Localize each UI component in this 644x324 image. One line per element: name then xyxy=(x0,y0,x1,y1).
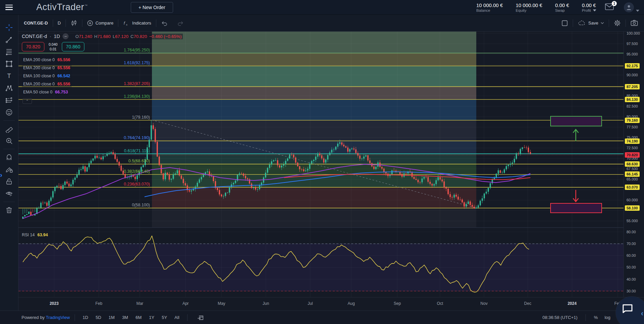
time-axis-label: Aug xyxy=(348,301,355,306)
save-button[interactable]: Save xyxy=(573,18,609,28)
fib-retracement-tool[interactable] xyxy=(3,46,15,58)
range-5d[interactable]: 5D xyxy=(92,314,104,321)
price-tick: 100.000 xyxy=(627,31,640,35)
spread: 0.040 0.01 xyxy=(47,42,59,52)
range-3m[interactable]: 3M xyxy=(119,314,131,321)
ohlc-item: H71.680 xyxy=(94,34,111,39)
time-axis-label: Oct xyxy=(437,301,443,306)
notifications-button[interactable]: 1 xyxy=(605,3,614,11)
layout-square-icon xyxy=(561,20,568,27)
ema-legend-row[interactable]: EMA 200 close 065.556 xyxy=(22,80,72,88)
percent-scale-button[interactable]: % xyxy=(591,315,601,320)
range-all[interactable]: All xyxy=(171,314,182,321)
indicators-button[interactable]: fx Indicators xyxy=(118,18,156,28)
remove-drawings-tool[interactable] xyxy=(3,204,15,216)
price-tick: 82.500 xyxy=(627,104,638,108)
magnet-tool[interactable] xyxy=(3,151,15,163)
svg-text:0.236(63.070): 0.236(63.070) xyxy=(124,182,150,187)
candles-icon xyxy=(71,20,77,27)
ema-legend-row[interactable]: EMA 50 close 066.753 xyxy=(22,88,69,96)
new-order-button[interactable]: + New Order xyxy=(131,2,173,13)
settings-button[interactable] xyxy=(609,18,626,28)
last-price-label: 70.820 xyxy=(625,152,640,158)
chart-area[interactable]: 1.764(95.250)1.618(92.175)1.382(87.205)1… xyxy=(18,32,644,297)
redo-button[interactable] xyxy=(172,18,189,28)
account-menu[interactable] xyxy=(624,2,639,12)
price-tick: 65.000 xyxy=(627,177,638,181)
hamburger-menu-icon[interactable] xyxy=(5,5,13,10)
rsi-tick: 70.00 xyxy=(627,242,636,246)
collapse-indicators-button[interactable]: ⌃ xyxy=(23,98,32,104)
collapse-symbol-icon[interactable]: − xyxy=(63,33,69,39)
svg-text:0.382(66.145): 0.382(66.145) xyxy=(124,169,150,174)
smiley-icon xyxy=(5,108,13,116)
undo-button[interactable] xyxy=(156,18,172,28)
hide-drawings-tool[interactable] xyxy=(3,188,15,200)
ema-legend-row[interactable]: EMA 200 close 065.556 xyxy=(22,56,72,64)
chart-type-button[interactable] xyxy=(66,18,82,28)
time-axis-label: Jul xyxy=(308,301,313,306)
sell-button[interactable]: 70.820 xyxy=(22,42,44,51)
trash-icon xyxy=(5,206,13,214)
interval-button[interactable]: D xyxy=(53,18,66,28)
ema-legend-row[interactable]: EMA 100 close 066.542 xyxy=(22,72,72,80)
emoji-tool[interactable] xyxy=(3,106,15,118)
buy-button[interactable]: 70.860 xyxy=(62,42,84,51)
ohlc-item: O71.240 xyxy=(75,34,92,39)
price-tick: 67.500 xyxy=(627,167,638,171)
forecast-tool[interactable] xyxy=(3,94,15,106)
account-stats: 10 000.00 € Balance 10 000.00 € Equity 0… xyxy=(476,2,596,12)
range-1m[interactable]: 1M xyxy=(106,314,118,321)
chart-plot[interactable]: 1.764(95.250)1.618(92.175)1.382(87.205)1… xyxy=(18,32,623,297)
eye-icon xyxy=(5,190,13,198)
range-5y[interactable]: 5Y xyxy=(159,314,170,321)
log-scale-button[interactable]: log xyxy=(601,315,614,320)
brand-logo: ActivTrader™ xyxy=(36,2,88,12)
fib-price-label: 87.205 xyxy=(625,84,640,89)
measure-tool[interactable] xyxy=(3,123,15,135)
divider xyxy=(3,149,15,149)
time-axis[interactable]: 2023FebMarAprMayJunJulAugSepOctNovDec202… xyxy=(18,297,644,311)
crosshair-tool[interactable] xyxy=(3,22,15,34)
fib-price-label: 84.130 xyxy=(625,97,640,102)
crosshair-icon xyxy=(5,24,13,32)
compare-button[interactable]: Compare xyxy=(82,18,118,28)
ohlc-item: C70.820 xyxy=(130,34,147,39)
stat-profit[interactable]: 0.00 € Profit xyxy=(582,2,596,12)
collapse-chat-chevron[interactable]: ‹ xyxy=(641,309,643,318)
svg-text:0.618(71.115): 0.618(71.115) xyxy=(124,149,150,153)
layout-button[interactable] xyxy=(557,18,573,28)
redo-icon xyxy=(177,21,184,26)
range-1d[interactable]: 1D xyxy=(80,314,91,321)
range-6m[interactable]: 6M xyxy=(132,314,145,321)
symbol-button[interactable]: CONT.GE-D xyxy=(18,18,53,28)
indicator-legend: EMA 200 close 065.556 EMA 200 close 065.… xyxy=(22,56,72,96)
expand-watchlist-chevron[interactable]: › xyxy=(0,171,2,178)
shapes-tool[interactable] xyxy=(3,58,15,70)
chevron-down-icon[interactable] xyxy=(593,9,596,11)
text-tool[interactable]: T xyxy=(3,70,15,82)
divider xyxy=(3,120,15,121)
zoom-in-tool[interactable] xyxy=(3,135,15,147)
ema-legend-row[interactable]: EMA 200 close 065.556 xyxy=(22,64,72,72)
range-1y[interactable]: 1Y xyxy=(146,314,157,321)
price-chart-svg[interactable]: 1.764(95.250)1.618(92.175)1.382(87.205)1… xyxy=(18,32,623,297)
drawing-mode-tool[interactable] xyxy=(3,163,15,175)
xabcd-pattern-icon xyxy=(5,84,13,92)
quote-buttons: 70.820 0.040 0.01 70.860 xyxy=(22,42,84,52)
pattern-tool[interactable] xyxy=(3,82,15,94)
lock-drawings-tool[interactable] xyxy=(3,175,15,188)
screenshot-button[interactable] xyxy=(626,18,644,28)
time-axis-label: Dec xyxy=(524,301,531,306)
ohlc-item: L67.120 xyxy=(113,34,128,39)
tradingview-link[interactable]: TradingView xyxy=(46,315,70,320)
go-to-date-button[interactable] xyxy=(192,313,208,323)
price-axis[interactable]: 100.00097.50095.00090.00085.00082.50080.… xyxy=(623,32,644,297)
fib-price-label: 63.070 xyxy=(625,185,640,190)
rsi-legend[interactable]: RSI 14 63.94 xyxy=(22,233,48,237)
svg-text:1.382(87.205): 1.382(87.205) xyxy=(124,81,150,86)
trend-line-tool[interactable] xyxy=(3,34,15,46)
notification-badge: 1 xyxy=(612,1,617,6)
legend-symbol[interactable]: CONT.GE-d xyxy=(22,34,47,39)
chat-icon xyxy=(622,304,633,314)
